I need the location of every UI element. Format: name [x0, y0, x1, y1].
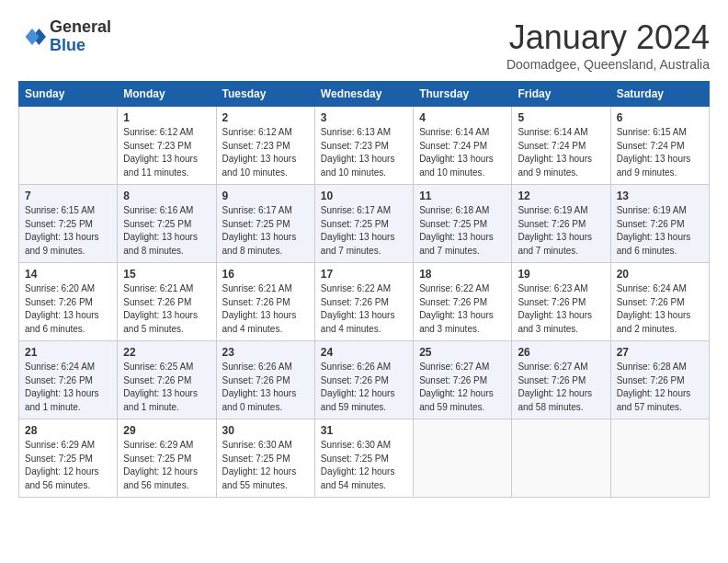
- day-number: 14: [25, 268, 111, 281]
- calendar-cell: 30Sunrise: 6:30 AMSunset: 7:25 PMDayligh…: [216, 419, 314, 498]
- header-row: SundayMondayTuesdayWednesdayThursdayFrid…: [19, 82, 710, 107]
- calendar-cell: 2Sunrise: 6:12 AMSunset: 7:23 PMDaylight…: [216, 107, 314, 185]
- calendar-cell: 22Sunrise: 6:25 AMSunset: 7:26 PMDayligh…: [118, 341, 216, 419]
- calendar-body: 1Sunrise: 6:12 AMSunset: 7:23 PMDaylight…: [19, 107, 710, 498]
- day-number: 19: [518, 268, 604, 281]
- day-number: 27: [617, 346, 703, 359]
- day-info: Sunrise: 6:27 AMSunset: 7:26 PMDaylight:…: [518, 361, 604, 414]
- logo: General Blue: [18, 18, 111, 55]
- day-info: Sunrise: 6:28 AMSunset: 7:26 PMDaylight:…: [617, 361, 703, 414]
- day-number: 20: [617, 268, 703, 281]
- calendar-cell: 18Sunrise: 6:22 AMSunset: 7:26 PMDayligh…: [414, 263, 512, 341]
- header-cell-wednesday: Wednesday: [314, 82, 413, 107]
- calendar-cell: 1Sunrise: 6:12 AMSunset: 7:23 PMDaylight…: [118, 107, 216, 185]
- day-info: Sunrise: 6:23 AMSunset: 7:26 PMDaylight:…: [518, 282, 604, 336]
- header-cell-thursday: Thursday: [414, 82, 512, 107]
- header-cell-friday: Friday: [512, 82, 610, 107]
- day-number: 12: [518, 190, 604, 202]
- day-info: Sunrise: 6:27 AMSunset: 7:26 PMDaylight:…: [419, 361, 506, 414]
- calendar-table: SundayMondayTuesdayWednesdayThursdayFrid…: [18, 81, 710, 498]
- calendar-header: SundayMondayTuesdayWednesdayThursdayFrid…: [19, 82, 710, 107]
- day-number: 17: [321, 268, 407, 281]
- day-info: Sunrise: 6:29 AMSunset: 7:25 PMDaylight:…: [123, 439, 210, 492]
- day-info: Sunrise: 6:30 AMSunset: 7:25 PMDaylight:…: [222, 439, 309, 492]
- calendar-cell: 4Sunrise: 6:14 AMSunset: 7:24 PMDaylight…: [414, 107, 512, 185]
- calendar-cell: 3Sunrise: 6:13 AMSunset: 7:23 PMDaylight…: [314, 107, 413, 185]
- day-info: Sunrise: 6:22 AMSunset: 7:26 PMDaylight:…: [321, 282, 407, 336]
- day-info: Sunrise: 6:19 AMSunset: 7:26 PMDaylight:…: [617, 204, 703, 258]
- day-info: Sunrise: 6:14 AMSunset: 7:24 PMDaylight:…: [518, 126, 604, 179]
- day-info: Sunrise: 6:12 AMSunset: 7:23 PMDaylight:…: [123, 126, 210, 179]
- calendar-cell: 17Sunrise: 6:22 AMSunset: 7:26 PMDayligh…: [314, 263, 413, 341]
- day-number: 2: [222, 111, 309, 124]
- day-info: Sunrise: 6:14 AMSunset: 7:24 PMDaylight:…: [419, 126, 506, 179]
- calendar-cell: 19Sunrise: 6:23 AMSunset: 7:26 PMDayligh…: [512, 263, 610, 341]
- day-info: Sunrise: 6:24 AMSunset: 7:26 PMDaylight:…: [617, 282, 703, 336]
- day-info: Sunrise: 6:29 AMSunset: 7:25 PMDaylight:…: [25, 439, 111, 492]
- calendar-cell: 31Sunrise: 6:30 AMSunset: 7:25 PMDayligh…: [314, 419, 413, 498]
- day-number: 4: [419, 111, 506, 124]
- calendar-cell: 14Sunrise: 6:20 AMSunset: 7:26 PMDayligh…: [19, 263, 118, 341]
- calendar-cell: 23Sunrise: 6:26 AMSunset: 7:26 PMDayligh…: [216, 341, 314, 419]
- logo-icon: [18, 23, 46, 51]
- week-row-2: 7Sunrise: 6:15 AMSunset: 7:25 PMDaylight…: [19, 185, 710, 263]
- calendar-cell: 26Sunrise: 6:27 AMSunset: 7:26 PMDayligh…: [512, 341, 610, 419]
- calendar-cell: 10Sunrise: 6:17 AMSunset: 7:25 PMDayligh…: [314, 185, 413, 263]
- day-info: Sunrise: 6:21 AMSunset: 7:26 PMDaylight:…: [222, 282, 309, 336]
- day-info: Sunrise: 6:16 AMSunset: 7:25 PMDaylight:…: [123, 204, 210, 258]
- calendar-cell: 11Sunrise: 6:18 AMSunset: 7:25 PMDayligh…: [414, 185, 512, 263]
- day-number: 28: [25, 424, 111, 437]
- header-cell-monday: Monday: [118, 82, 216, 107]
- day-number: 1: [123, 111, 210, 124]
- day-info: Sunrise: 6:30 AMSunset: 7:25 PMDaylight:…: [321, 439, 407, 492]
- day-number: 21: [25, 346, 111, 359]
- location-subtitle: Doomadgee, Queensland, Australia: [506, 57, 710, 72]
- day-info: Sunrise: 6:21 AMSunset: 7:26 PMDaylight:…: [123, 282, 210, 336]
- calendar-cell: 6Sunrise: 6:15 AMSunset: 7:24 PMDaylight…: [610, 107, 709, 185]
- calendar-cell: 29Sunrise: 6:29 AMSunset: 7:25 PMDayligh…: [118, 419, 216, 498]
- day-number: 11: [419, 190, 506, 202]
- day-number: 30: [222, 424, 309, 437]
- day-info: Sunrise: 6:26 AMSunset: 7:26 PMDaylight:…: [321, 361, 407, 414]
- day-number: 25: [419, 346, 506, 359]
- day-info: Sunrise: 6:15 AMSunset: 7:25 PMDaylight:…: [25, 204, 111, 258]
- page-header: General Blue January 2024 Doomadgee, Que…: [18, 18, 710, 72]
- day-number: 8: [123, 190, 210, 202]
- week-row-5: 28Sunrise: 6:29 AMSunset: 7:25 PMDayligh…: [19, 419, 710, 498]
- logo-blue: Blue: [50, 37, 111, 55]
- day-info: Sunrise: 6:25 AMSunset: 7:26 PMDaylight:…: [123, 361, 210, 414]
- day-number: 7: [25, 190, 111, 202]
- day-number: 3: [321, 111, 407, 124]
- month-title: January 2024: [506, 18, 710, 57]
- calendar-cell: 16Sunrise: 6:21 AMSunset: 7:26 PMDayligh…: [216, 263, 314, 341]
- calendar-cell: 13Sunrise: 6:19 AMSunset: 7:26 PMDayligh…: [610, 185, 709, 263]
- day-number: 16: [222, 268, 309, 281]
- title-block: January 2024 Doomadgee, Queensland, Aust…: [506, 18, 710, 72]
- logo-general: General: [50, 18, 111, 37]
- day-info: Sunrise: 6:22 AMSunset: 7:26 PMDaylight:…: [419, 282, 506, 336]
- day-info: Sunrise: 6:24 AMSunset: 7:26 PMDaylight:…: [25, 361, 111, 414]
- day-number: 31: [321, 424, 407, 437]
- calendar-cell: 24Sunrise: 6:26 AMSunset: 7:26 PMDayligh…: [314, 341, 413, 419]
- header-cell-sunday: Sunday: [19, 82, 118, 107]
- calendar-cell: 12Sunrise: 6:19 AMSunset: 7:26 PMDayligh…: [512, 185, 610, 263]
- day-number: 22: [123, 346, 210, 359]
- calendar-cell: 27Sunrise: 6:28 AMSunset: 7:26 PMDayligh…: [610, 341, 709, 419]
- calendar-cell: 25Sunrise: 6:27 AMSunset: 7:26 PMDayligh…: [414, 341, 512, 419]
- week-row-3: 14Sunrise: 6:20 AMSunset: 7:26 PMDayligh…: [19, 263, 710, 341]
- logo-text: General Blue: [50, 18, 111, 55]
- day-number: 13: [617, 190, 703, 202]
- header-cell-tuesday: Tuesday: [216, 82, 314, 107]
- calendar-cell: 9Sunrise: 6:17 AMSunset: 7:25 PMDaylight…: [216, 185, 314, 263]
- day-info: Sunrise: 6:13 AMSunset: 7:23 PMDaylight:…: [321, 126, 407, 179]
- day-info: Sunrise: 6:15 AMSunset: 7:24 PMDaylight:…: [617, 126, 703, 179]
- day-number: 18: [419, 268, 506, 281]
- week-row-4: 21Sunrise: 6:24 AMSunset: 7:26 PMDayligh…: [19, 341, 710, 419]
- day-info: Sunrise: 6:26 AMSunset: 7:26 PMDaylight:…: [222, 361, 309, 414]
- week-row-1: 1Sunrise: 6:12 AMSunset: 7:23 PMDaylight…: [19, 107, 710, 185]
- calendar-cell: 7Sunrise: 6:15 AMSunset: 7:25 PMDaylight…: [19, 185, 118, 263]
- calendar-cell: [19, 107, 118, 185]
- header-cell-saturday: Saturday: [610, 82, 709, 107]
- day-number: 10: [321, 190, 407, 202]
- calendar-cell: 21Sunrise: 6:24 AMSunset: 7:26 PMDayligh…: [19, 341, 118, 419]
